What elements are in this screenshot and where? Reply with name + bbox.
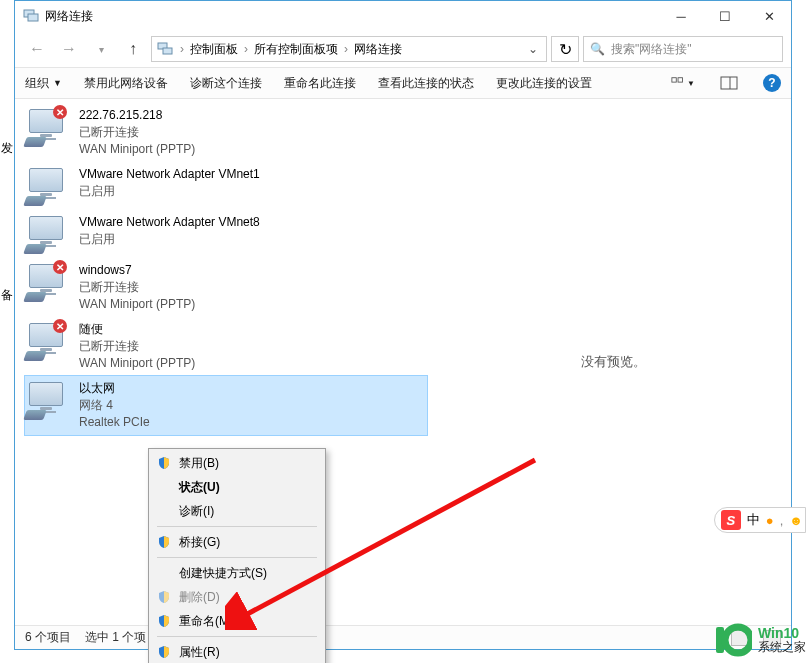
- ime-face-icon: ☻: [789, 513, 803, 528]
- rename-button[interactable]: 重命名此连接: [284, 75, 356, 92]
- help-button[interactable]: ?: [763, 74, 781, 92]
- ctx-delete: 删除(D): [151, 585, 323, 609]
- ctx-disable[interactable]: 禁用(B): [151, 451, 323, 475]
- svg-rect-3: [163, 48, 172, 54]
- connection-name: 随便: [79, 321, 195, 338]
- connection-info: 随便 已断开连接 WAN Miniport (PPTP): [79, 321, 195, 372]
- connection-item[interactable]: ✕ 随便 已断开连接 WAN Miniport (PPTP): [15, 317, 435, 376]
- ime-lang: 中: [747, 511, 760, 529]
- connection-name: 以太网: [79, 380, 150, 397]
- connection-info: VMware Network Adapter VMnet8 已启用: [79, 214, 260, 254]
- address-dropdown[interactable]: ⌄: [524, 42, 542, 56]
- separator: [157, 526, 317, 527]
- svg-rect-1: [28, 14, 38, 21]
- win10-logo-icon: [714, 621, 752, 659]
- toolbar: 组织▼ 禁用此网络设备 诊断这个连接 重命名此连接 查看此连接的状态 更改此连接…: [15, 67, 791, 99]
- shield-icon: [157, 645, 171, 659]
- ctx-shortcut[interactable]: 创建快捷方式(S): [151, 561, 323, 585]
- connection-name: windows7: [79, 262, 195, 279]
- ncp-icon: [156, 40, 174, 58]
- ctx-properties[interactable]: 属性(R): [151, 640, 323, 663]
- ctx-bridge[interactable]: 桥接(G): [151, 530, 323, 554]
- preview-pane: 没有预览。: [435, 99, 791, 625]
- organize-menu[interactable]: 组织▼: [25, 75, 62, 92]
- chevron-right-icon: ›: [244, 42, 248, 56]
- adapter-icon: ✕: [25, 321, 69, 361]
- connection-status: 已断开连接: [79, 279, 195, 296]
- ctx-diagnose[interactable]: 诊断(I): [151, 499, 323, 523]
- connection-info: windows7 已断开连接 WAN Miniport (PPTP): [79, 262, 195, 313]
- ime-sep: ,: [780, 513, 784, 528]
- navbar: ← → ▾ ↑ › 控制面板 › 所有控制面板项 › 网络连接 ⌄ ↻ 🔍 搜索…: [15, 31, 791, 67]
- watermark: Win10 系统之家: [714, 621, 806, 659]
- search-icon: 🔍: [590, 42, 605, 56]
- connection-info: 以太网 网络 4 Realtek PCIe: [79, 380, 150, 431]
- address-bar[interactable]: › 控制面板 › 所有控制面板项 › 网络连接 ⌄: [151, 36, 547, 62]
- connection-device: WAN Miniport (PPTP): [79, 141, 195, 158]
- back-button[interactable]: ←: [23, 35, 51, 63]
- svg-point-10: [725, 627, 751, 653]
- ctx-rename[interactable]: 重命名(M): [151, 609, 323, 633]
- no-preview-text: 没有预览。: [581, 353, 646, 371]
- up-button[interactable]: ↑: [119, 35, 147, 63]
- connection-info: 222.76.215.218 已断开连接 WAN Miniport (PPTP): [79, 107, 195, 158]
- svg-rect-5: [678, 78, 682, 82]
- shield-icon: [157, 590, 171, 604]
- separator: [157, 636, 317, 637]
- app-icon: [23, 8, 39, 24]
- network-connections-window: 网络连接 ─ ☐ ✕ ← → ▾ ↑ › 控制面板 › 所有控制面板项 › 网络…: [14, 0, 792, 650]
- connection-item[interactable]: VMware Network Adapter VMnet1 已启用: [15, 162, 435, 210]
- ctx-status[interactable]: 状态(U): [151, 475, 323, 499]
- minimize-button[interactable]: ─: [659, 1, 703, 31]
- disconnected-icon: ✕: [53, 105, 67, 119]
- connection-name: VMware Network Adapter VMnet8: [79, 214, 260, 231]
- svg-rect-6: [721, 77, 737, 89]
- disconnected-icon: ✕: [53, 260, 67, 274]
- connection-item[interactable]: VMware Network Adapter VMnet8 已启用: [15, 210, 435, 258]
- svg-rect-4: [672, 78, 676, 82]
- adapter-icon: ✕: [25, 107, 69, 147]
- recent-button[interactable]: ▾: [87, 35, 115, 63]
- change-settings-button[interactable]: 更改此连接的设置: [496, 75, 592, 92]
- selection-count: 选中 1 个项: [85, 629, 146, 646]
- preview-pane-button[interactable]: [717, 71, 741, 95]
- adapter-icon: ✕: [25, 262, 69, 302]
- connection-status: 已断开连接: [79, 124, 195, 141]
- ime-indicator[interactable]: S 中 ● , ☻: [714, 507, 806, 533]
- shield-icon: [157, 456, 171, 470]
- breadcrumb[interactable]: 所有控制面板项: [254, 41, 338, 58]
- bg-text: 备: [0, 267, 14, 324]
- bg-text: 发: [0, 120, 14, 177]
- brand-title: Win10: [758, 626, 806, 640]
- view-options-button[interactable]: ▼: [671, 71, 695, 95]
- disable-device-button[interactable]: 禁用此网络设备: [84, 75, 168, 92]
- breadcrumb[interactable]: 网络连接: [354, 41, 402, 58]
- disconnected-icon: ✕: [53, 319, 67, 333]
- statusbar: 6 个项目 选中 1 个项: [15, 625, 791, 649]
- view-status-button[interactable]: 查看此连接的状态: [378, 75, 474, 92]
- connection-item[interactable]: ✕ windows7 已断开连接 WAN Miniport (PPTP): [15, 258, 435, 317]
- close-button[interactable]: ✕: [747, 1, 791, 31]
- context-menu: 禁用(B) 状态(U) 诊断(I) 桥接(G) 创建快捷方式(S) 删除(D) …: [148, 448, 326, 663]
- sogou-icon: S: [721, 510, 741, 530]
- diagnose-button[interactable]: 诊断这个连接: [190, 75, 262, 92]
- connection-status: 已启用: [79, 183, 260, 200]
- search-input[interactable]: 🔍 搜索"网络连接": [583, 36, 783, 62]
- ime-dot: ●: [766, 513, 774, 528]
- adapter-icon: [25, 380, 69, 420]
- connection-status: 网络 4: [79, 397, 150, 414]
- maximize-button[interactable]: ☐: [703, 1, 747, 31]
- connection-device: WAN Miniport (PPTP): [79, 296, 195, 313]
- connection-item[interactable]: ✕ 222.76.215.218 已断开连接 WAN Miniport (PPT…: [15, 103, 435, 162]
- shield-icon: [157, 614, 171, 628]
- breadcrumb[interactable]: 控制面板: [190, 41, 238, 58]
- connection-device: Realtek PCIe: [79, 414, 150, 431]
- refresh-button[interactable]: ↻: [551, 36, 579, 62]
- connection-name: 222.76.215.218: [79, 107, 195, 124]
- brand-subtitle: 系统之家: [758, 640, 806, 654]
- window-title: 网络连接: [45, 8, 659, 25]
- search-placeholder: 搜索"网络连接": [611, 41, 692, 58]
- connection-name: VMware Network Adapter VMnet1: [79, 166, 260, 183]
- connection-item[interactable]: 以太网 网络 4 Realtek PCIe: [24, 375, 428, 436]
- connection-info: VMware Network Adapter VMnet1 已启用: [79, 166, 260, 206]
